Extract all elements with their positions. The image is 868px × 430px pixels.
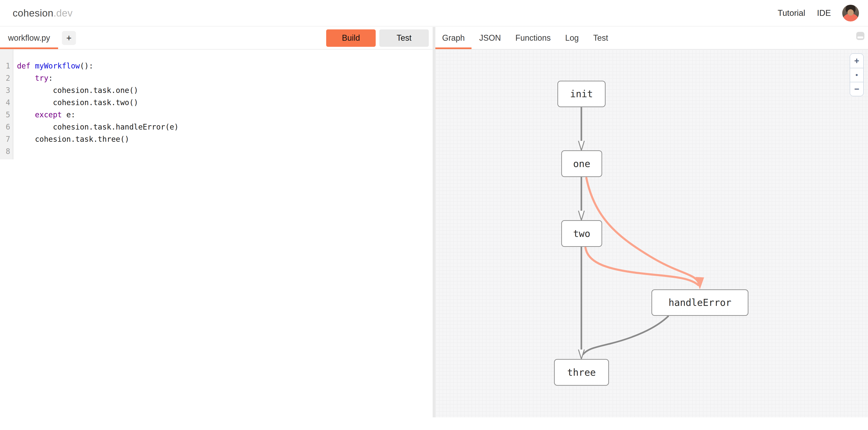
zoom-control: + • −: [850, 53, 864, 96]
graph-node-init[interactable]: init: [557, 81, 606, 107]
code-token-plain: e:: [62, 110, 75, 119]
graph-node-handleerror[interactable]: handleError: [651, 289, 748, 316]
line-number: 1: [0, 60, 10, 72]
graph-panel: GraphJSONFunctionsLogTest initonetwohand…: [435, 27, 868, 417]
zoom-out-button[interactable]: −: [850, 82, 863, 96]
arrowhead-one: [579, 141, 584, 150]
code-token-plain: cohesion.task.three(): [17, 135, 129, 144]
code-token-plain: cohesion.task.two(): [17, 98, 138, 107]
code-token-kw: except: [35, 110, 62, 119]
editor-tabbar: workflow.py + Build Test: [0, 27, 433, 50]
line-number: 3: [0, 84, 10, 96]
tab-graph[interactable]: Graph: [435, 27, 471, 49]
zoom-in-button[interactable]: +: [850, 54, 863, 68]
code-token-kw: def: [17, 61, 31, 70]
panel-divider[interactable]: [433, 27, 435, 417]
code-editor[interactable]: 12345678 def myWorkflow(): try: cohesion…: [0, 50, 433, 159]
tab-workflow-py[interactable]: workflow.py: [0, 27, 58, 49]
code-line[interactable]: cohesion.task.one(): [17, 84, 179, 96]
graph-node-two[interactable]: two: [561, 220, 602, 247]
line-number: 5: [0, 109, 10, 121]
line-number-gutter: 12345678: [0, 50, 13, 159]
code-line[interactable]: def myWorkflow():: [17, 60, 179, 72]
code-token-def: myWorkflow: [35, 61, 80, 70]
code-content[interactable]: def myWorkflow(): try: cohesion.task.one…: [13, 50, 179, 158]
logo-primary: cohesion: [13, 7, 53, 19]
code-token-plain: :: [49, 74, 53, 83]
new-file-button[interactable]: +: [62, 31, 76, 45]
zoom-reset-button[interactable]: •: [850, 68, 863, 82]
code-token-plain: [17, 74, 35, 83]
line-number: 6: [0, 121, 10, 133]
edge-two-handleerror: [585, 248, 698, 285]
code-line[interactable]: cohesion.task.handleError(e): [17, 121, 179, 133]
code-line[interactable]: try:: [17, 72, 179, 84]
code-line[interactable]: cohesion.task.three(): [17, 133, 179, 145]
collapse-panel-icon[interactable]: [856, 32, 864, 40]
code-token-kw: try: [35, 74, 49, 83]
tab-test[interactable]: Test: [586, 27, 615, 49]
code-token-plain: cohesion.task.one(): [17, 86, 138, 95]
code-line[interactable]: cohesion.task.two(): [17, 96, 179, 109]
app-logo: cohesion.dev: [13, 7, 72, 19]
test-button[interactable]: Test: [379, 29, 429, 47]
editor-panel: workflow.py + Build Test 12345678 def my…: [0, 27, 433, 417]
app-header: cohesion.dev TutorialIDE: [0, 0, 868, 26]
code-line[interactable]: except e:: [17, 109, 179, 121]
logo-secondary: .dev: [53, 7, 72, 19]
code-token-plain: ():: [80, 61, 93, 70]
tab-functions[interactable]: Functions: [508, 27, 557, 49]
line-number: 8: [0, 145, 10, 158]
line-number: 2: [0, 72, 10, 84]
build-button[interactable]: Build: [326, 29, 376, 47]
tab-json[interactable]: JSON: [472, 27, 508, 49]
tab-log[interactable]: Log: [558, 27, 585, 49]
edge-handleerror-three: [583, 316, 669, 355]
line-number: 4: [0, 96, 10, 109]
line-number: 7: [0, 133, 10, 145]
tab-workflow-py-label: workflow.py: [8, 33, 50, 43]
arrowhead-two: [579, 211, 584, 220]
graph-edges: [435, 50, 868, 417]
header-nav: TutorialIDE: [778, 8, 831, 18]
nav-link-tutorial[interactable]: Tutorial: [778, 8, 805, 18]
nav-link-ide[interactable]: IDE: [817, 8, 831, 18]
code-token-plain: cohesion.task.handleError(e): [17, 123, 179, 131]
graph-tabbar: GraphJSONFunctionsLogTest: [435, 27, 868, 50]
graph-node-one[interactable]: one: [561, 150, 602, 177]
code-token-plain: [31, 61, 35, 70]
graph-node-three[interactable]: three: [554, 359, 609, 386]
edge-one-handleerror: [586, 178, 699, 283]
code-line[interactable]: [17, 145, 179, 158]
graph-canvas[interactable]: initonetwohandleErrorthree + • −: [435, 50, 868, 417]
code-token-plain: [17, 110, 35, 119]
user-avatar[interactable]: [842, 5, 859, 22]
